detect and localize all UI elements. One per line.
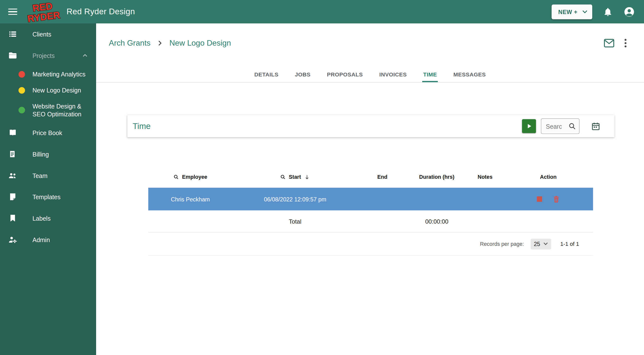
breadcrumb: Arch Grants New Logo Design <box>96 34 644 52</box>
sidebar-project-website-design-seo[interactable]: Website Design & SEO Optimization <box>0 98 96 122</box>
people-icon <box>8 171 17 180</box>
records-per-page-select[interactable]: 25 <box>530 239 551 249</box>
account-circle-icon <box>624 6 635 18</box>
email-button[interactable] <box>604 39 614 48</box>
kebab-menu-icon <box>624 38 627 48</box>
book-icon <box>8 128 17 137</box>
pagination-range: 1-1 of 1 <box>560 241 579 247</box>
app-window: RED RYDER Red Ryder Design NEW + <box>0 0 644 355</box>
cell-start: 06/08/2022 12:09:57 pm <box>232 188 358 211</box>
table-pagination: Records per page: 25 1-1 of 1 <box>148 232 593 255</box>
table-header-row: Employee Start End Duration (hrs) Notes … <box>148 166 593 188</box>
cell-notes <box>466 188 504 211</box>
table-row[interactable]: Chris Peckham 06/08/2022 12:09:57 pm <box>148 188 593 211</box>
column-header-employee[interactable]: Employee <box>148 166 232 187</box>
sidebar: Clients Projects Marketing Analytics New… <box>0 24 96 355</box>
chevron-right-icon <box>156 40 164 47</box>
calendar-icon <box>591 122 600 131</box>
time-entries-table: Employee Start End Duration (hrs) Notes … <box>148 166 593 256</box>
search-icon <box>174 174 179 180</box>
project-tabs: DETAILS JOBS PROPOSALS INVOICES TIME MES… <box>96 68 644 83</box>
time-toolbar-card: Time <box>127 115 614 137</box>
search-icon <box>568 122 576 130</box>
search-icon <box>280 174 286 180</box>
sidebar-item-templates[interactable]: Templates <box>0 186 96 208</box>
menu-icon[interactable] <box>8 9 17 15</box>
caret-down-icon <box>582 10 587 13</box>
template-file-icon <box>8 192 17 201</box>
column-header-notes[interactable]: Notes <box>466 166 504 187</box>
topbar: RED RYDER Red Ryder Design NEW + <box>0 0 644 24</box>
envelope-icon <box>604 39 614 48</box>
breadcrumb-project[interactable]: New Logo Design <box>169 39 231 48</box>
tab-time[interactable]: TIME <box>422 68 438 82</box>
total-label: Total <box>232 210 358 232</box>
svg-text:RYDER: RYDER <box>27 9 60 23</box>
bookmark-icon <box>8 214 17 223</box>
sort-descending-icon <box>304 174 310 180</box>
account-button[interactable] <box>624 7 635 17</box>
delete-entry-icon[interactable] <box>553 195 560 203</box>
table-total-row: Total 00:00:00 <box>148 210 593 232</box>
main-content: Arch Grants New Logo Design <box>96 24 644 355</box>
search-input[interactable] <box>545 122 568 130</box>
more-options-button[interactable] <box>624 38 627 48</box>
records-per-page-label: Records per page: <box>480 241 524 247</box>
start-timer-button[interactable] <box>522 119 536 133</box>
sidebar-item-labels[interactable]: Labels <box>0 208 96 229</box>
receipt-icon <box>8 150 17 159</box>
project-color-dot <box>18 71 25 78</box>
sidebar-item-admin[interactable]: Admin <box>0 229 96 250</box>
sidebar-item-projects[interactable]: Projects <box>0 45 96 66</box>
sidebar-item-clients[interactable]: Clients <box>0 24 96 45</box>
cell-employee: Chris Peckham <box>148 188 232 211</box>
search-box[interactable] <box>541 118 580 134</box>
panel-title: Time <box>132 122 150 131</box>
tab-jobs[interactable]: JOBS <box>294 68 312 82</box>
new-button[interactable]: NEW + <box>552 5 592 19</box>
tab-invoices[interactable]: INVOICES <box>378 68 408 82</box>
project-color-dot <box>18 87 25 94</box>
admin-person-gear-icon <box>8 235 17 244</box>
total-duration: 00:00:00 <box>407 210 466 232</box>
stop-timer-icon[interactable] <box>537 196 542 202</box>
sidebar-project-new-logo-design[interactable]: New Logo Design <box>0 82 96 98</box>
app-title: Red Ryder Design <box>66 7 135 16</box>
chevron-up-icon <box>81 52 89 59</box>
sidebar-project-marketing-analytics[interactable]: Marketing Analytics <box>0 66 96 82</box>
sidebar-item-team[interactable]: Team <box>0 165 96 186</box>
column-header-start[interactable]: Start <box>232 166 358 187</box>
column-header-end[interactable]: End <box>358 166 407 187</box>
bell-icon <box>603 7 613 17</box>
breadcrumb-client[interactable]: Arch Grants <box>109 39 150 48</box>
tab-messages[interactable]: MESSAGES <box>452 68 486 82</box>
tab-details[interactable]: DETAILS <box>254 68 280 82</box>
folder-icon <box>8 51 17 60</box>
sidebar-item-billing[interactable]: Billing <box>0 144 96 165</box>
date-filter-button[interactable] <box>591 122 600 131</box>
notifications-button[interactable] <box>603 7 613 17</box>
list-icon <box>8 30 17 39</box>
sidebar-item-price-book[interactable]: Price Book <box>0 122 96 144</box>
cell-action <box>504 188 593 211</box>
red-ryder-logo: RED RYDER <box>23 1 63 23</box>
tab-proposals[interactable]: PROPOSALS <box>326 68 364 82</box>
cell-end <box>358 188 407 211</box>
project-color-dot <box>18 107 25 113</box>
cell-duration <box>407 188 466 211</box>
caret-down-icon <box>544 242 548 245</box>
column-header-action: Action <box>504 166 593 187</box>
column-header-duration[interactable]: Duration (hrs) <box>407 166 466 187</box>
play-icon <box>525 122 533 130</box>
